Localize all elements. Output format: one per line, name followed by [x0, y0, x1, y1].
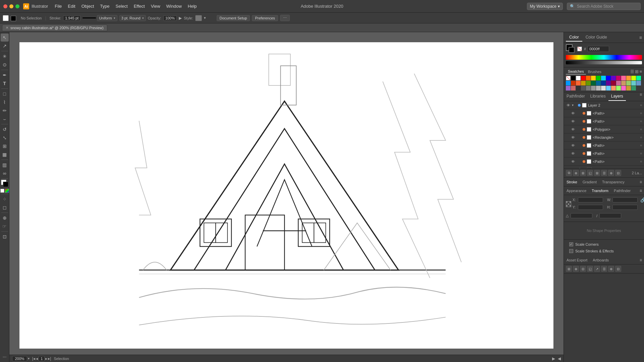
layers-menu-icon[interactable]: ≡ [640, 92, 644, 101]
type-tool[interactable]: T [1, 79, 9, 87]
scale-tool[interactable]: ⤡ [1, 134, 9, 142]
graph-tool[interactable]: ▦ [1, 150, 9, 159]
tab-close-icon[interactable]: ✕ [6, 26, 8, 29]
swatch-gray-1[interactable] [581, 86, 586, 90]
swatch-tan[interactable] [621, 81, 626, 85]
reference-point-picker[interactable] [566, 201, 571, 207]
menu-window[interactable]: Window [166, 4, 182, 9]
swatch-baby-blue[interactable] [606, 86, 611, 90]
swatch-black[interactable] [571, 76, 576, 80]
swatch-purple[interactable] [611, 76, 616, 80]
swatch-dark-gray[interactable] [576, 86, 581, 90]
pen-tool[interactable]: ✒ [1, 71, 9, 79]
menu-select[interactable]: Select [115, 4, 127, 9]
layer-row-path2[interactable]: 👁 <Path> ○ [564, 117, 644, 125]
swatches-menu-icon[interactable]: ≡ [639, 69, 642, 74]
libraries-tab[interactable]: Libraries [588, 92, 608, 101]
swatch-rose[interactable] [616, 81, 621, 85]
preferences-button[interactable]: Preferences [252, 15, 278, 21]
layers-icon-3[interactable]: ⊞ [580, 170, 586, 176]
smooth-tool[interactable]: ⌣ [1, 115, 9, 123]
swatch-emerald[interactable] [631, 86, 636, 90]
hex-input[interactable] [587, 46, 609, 52]
swatch-bronze[interactable] [626, 86, 631, 90]
menu-view[interactable]: View [151, 4, 160, 9]
artboard-tool[interactable]: ⊡ [1, 233, 9, 241]
stroke-type-dropdown[interactable]: Uniform [97, 15, 117, 21]
stroke-swatch[interactable] [569, 47, 575, 53]
rectangle-tool[interactable]: □ [1, 90, 9, 98]
transparency-panel-tab[interactable]: Transparency [599, 179, 627, 185]
swatch-navy[interactable] [601, 81, 606, 85]
layers-icon-4[interactable]: ◱ [587, 170, 593, 176]
angle-input[interactable] [571, 213, 592, 218]
artboard-number[interactable]: 1 [39, 356, 45, 361]
shear-input[interactable] [599, 213, 621, 218]
path5-visibility-icon[interactable]: 👁 [571, 159, 575, 164]
swatch-green[interactable] [596, 76, 601, 80]
swatch-brick[interactable] [571, 81, 576, 85]
mesh-tool[interactable]: ⊞ [1, 142, 9, 150]
swatch-amber[interactable] [626, 76, 631, 80]
swatch-magenta[interactable] [616, 76, 621, 80]
layer-row-rect[interactable]: 👁 <Rectangle> ○ [564, 133, 644, 141]
hand-tool[interactable]: ☞ [1, 222, 9, 230]
swatch-blue[interactable] [606, 76, 611, 80]
artboards-tab[interactable]: Artboards [590, 257, 611, 263]
path1-visibility-icon[interactable]: 👁 [571, 111, 575, 116]
layers-icon-5[interactable]: ⊞ [594, 170, 600, 176]
layers-tab[interactable]: Layers [608, 92, 626, 101]
swatch-slate[interactable] [636, 81, 641, 85]
swatch-lime[interactable] [631, 76, 636, 80]
swatch-light-green[interactable] [616, 86, 621, 90]
color-mode-icon[interactable] [5, 189, 9, 193]
menu-type[interactable]: Type [100, 4, 109, 9]
zoom-tool[interactable]: ⊕ [1, 214, 9, 222]
asset-icon-2[interactable]: ⊕ [573, 266, 579, 272]
asset-icon-4[interactable]: ◱ [587, 266, 593, 272]
properties-tab[interactable]: Pathfinder [564, 92, 588, 101]
minimize-button[interactable] [9, 4, 13, 8]
swatch-cyan[interactable] [601, 76, 606, 80]
first-page-icon[interactable]: |◂ [32, 356, 35, 361]
asset-icon-3[interactable]: ⊟ [580, 266, 586, 272]
swatch-seafoam[interactable] [631, 81, 636, 85]
paintbrush-tool[interactable]: ⌇ [1, 98, 9, 106]
blend-tool[interactable]: ∞ [1, 169, 9, 177]
close-button[interactable] [3, 4, 7, 8]
transform-panel-menu-icon[interactable]: ≡ [640, 188, 644, 193]
gradient-tool[interactable]: ▥ [1, 161, 9, 169]
workspace-button[interactable]: My Workspace ▾ [527, 3, 563, 10]
stroke-value[interactable]: 1.945 pt [63, 15, 80, 21]
swatch-yellow[interactable] [591, 76, 596, 80]
swatch-gray-5[interactable] [601, 86, 606, 90]
layers-icon-2[interactable]: ⊕ [573, 170, 579, 176]
asset-menu-icon[interactable]: ≡ [640, 258, 644, 262]
path2-visibility-icon[interactable]: 👁 [571, 119, 575, 124]
document-setup-button[interactable]: Document Setup [217, 15, 250, 21]
asset-icon-5[interactable]: ↗ [594, 266, 600, 272]
zoom-value[interactable]: 200% [12, 356, 27, 361]
link-wh-icon[interactable]: 🔗 [640, 197, 644, 202]
cap-join-dropdown[interactable]: 3 pt. Round [119, 15, 146, 21]
layers-icon-7[interactable]: ⊕ [608, 170, 614, 176]
layer-row-path4[interactable]: 👁 <Path> ○ [564, 149, 644, 158]
search-adobe-stock[interactable]: 🔍 Search Adobe Stock [567, 3, 641, 10]
bw-spectrum-bar[interactable] [566, 61, 642, 64]
color-spectrum-bar[interactable] [566, 55, 642, 60]
selection-tool[interactable]: ↖ [1, 34, 9, 42]
file-tab[interactable]: ✕ snowy cabin illustration.ai* @ 200% (R… [2, 24, 107, 31]
swatch-salmon[interactable] [571, 86, 576, 90]
swatch-red[interactable] [581, 76, 586, 80]
path4-visibility-icon[interactable]: 👁 [571, 151, 575, 156]
swatch-forest[interactable] [591, 81, 596, 85]
pencil-tool[interactable]: ✏ [1, 107, 9, 115]
swatch-coral[interactable] [576, 81, 581, 85]
layers-icon-1[interactable]: ⧉ [566, 170, 572, 176]
path3-visibility-icon[interactable]: 👁 [571, 143, 575, 148]
asset-icon-8[interactable]: ⊟ [615, 266, 621, 272]
none-fill-icon[interactable] [0, 189, 4, 193]
rotate-tool[interactable]: ↺ [1, 125, 9, 133]
y-input[interactable] [578, 205, 603, 210]
fill-stroke-group[interactable] [566, 44, 575, 54]
